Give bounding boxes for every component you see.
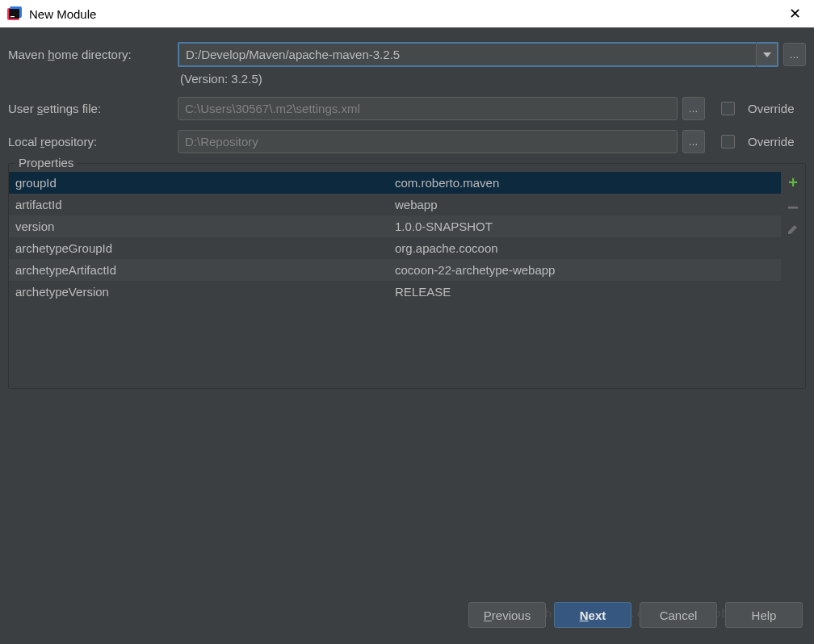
maven-home-row: Maven home directory: … (8, 42, 806, 67)
table-row[interactable]: archetypeArtifactId cocoon-22-archetype-… (9, 259, 781, 281)
properties-panel: Properties groupId com.roberto.maven art… (8, 163, 806, 389)
svg-rect-3 (10, 16, 15, 17)
button-bar: Previous Next Cancel Help (468, 602, 803, 628)
table-row[interactable]: archetypeGroupId org.apache.cocoon (9, 237, 781, 259)
user-settings-label: User settings file: (8, 102, 170, 115)
prop-key: artifactId (15, 198, 395, 211)
prop-val: com.roberto.maven (395, 176, 774, 190)
maven-home-dropdown[interactable] (756, 42, 778, 67)
local-repo-override-label: Override (748, 135, 806, 148)
local-repo-row: Local repository: … Override (8, 130, 806, 153)
maven-version-label: (Version: 3.2.5) (8, 72, 806, 86)
maven-home-input[interactable] (178, 42, 756, 67)
user-settings-override-label: Override (748, 102, 806, 115)
help-button[interactable]: Help (725, 602, 803, 628)
prop-key: archetypeGroupId (15, 241, 395, 255)
maven-home-label: Maven home directory: (8, 48, 170, 61)
local-repo-input[interactable] (178, 130, 678, 153)
table-row[interactable]: groupId com.roberto.maven (9, 172, 781, 194)
close-icon[interactable]: ✕ (783, 5, 808, 23)
prop-key: version (15, 220, 395, 233)
prop-val: 1.0.0-SNAPSHOT (395, 220, 774, 233)
properties-header: Properties (15, 156, 77, 169)
titlebar: New Module ✕ (0, 0, 814, 27)
cancel-button[interactable]: Cancel (640, 602, 717, 628)
prop-val: RELEASE (395, 285, 774, 299)
user-settings-override-checkbox[interactable] (721, 102, 735, 115)
local-repo-label: Local repository: (8, 135, 170, 148)
svg-rect-2 (9, 9, 19, 19)
local-repo-browse-button[interactable]: … (682, 130, 705, 153)
properties-toolbar: + − (781, 164, 805, 388)
prop-key: archetypeArtifactId (15, 263, 395, 277)
prop-val: webapp (395, 198, 774, 211)
prop-val: org.apache.cocoon (395, 241, 774, 255)
maven-home-browse-button[interactable]: … (783, 43, 806, 66)
edit-icon[interactable] (787, 223, 799, 239)
prop-val: cocoon-22-archetype-webapp (395, 263, 774, 277)
app-icon (6, 6, 23, 22)
properties-table[interactable]: groupId com.roberto.maven artifactId web… (9, 164, 781, 388)
table-row[interactable]: archetypeVersion RELEASE (9, 281, 781, 303)
add-icon[interactable]: + (788, 174, 798, 192)
previous-button[interactable]: Previous (468, 602, 546, 628)
user-settings-row: User settings file: … Override (8, 97, 806, 120)
dialog-content: Maven home directory: … (Version: 3.2.5)… (0, 27, 814, 389)
table-row[interactable]: version 1.0.0-SNAPSHOT (9, 215, 781, 237)
table-row[interactable]: artifactId webapp (9, 194, 781, 215)
user-settings-input[interactable] (178, 97, 678, 120)
user-settings-browse-button[interactable]: … (682, 97, 705, 120)
prop-key: archetypeVersion (15, 285, 395, 299)
local-repo-override-checkbox[interactable] (721, 135, 735, 148)
chevron-down-icon (763, 52, 771, 57)
prop-key: groupId (15, 176, 395, 190)
window-title: New Module (29, 7, 783, 21)
remove-icon[interactable]: − (787, 202, 799, 213)
next-button[interactable]: Next (554, 602, 631, 628)
